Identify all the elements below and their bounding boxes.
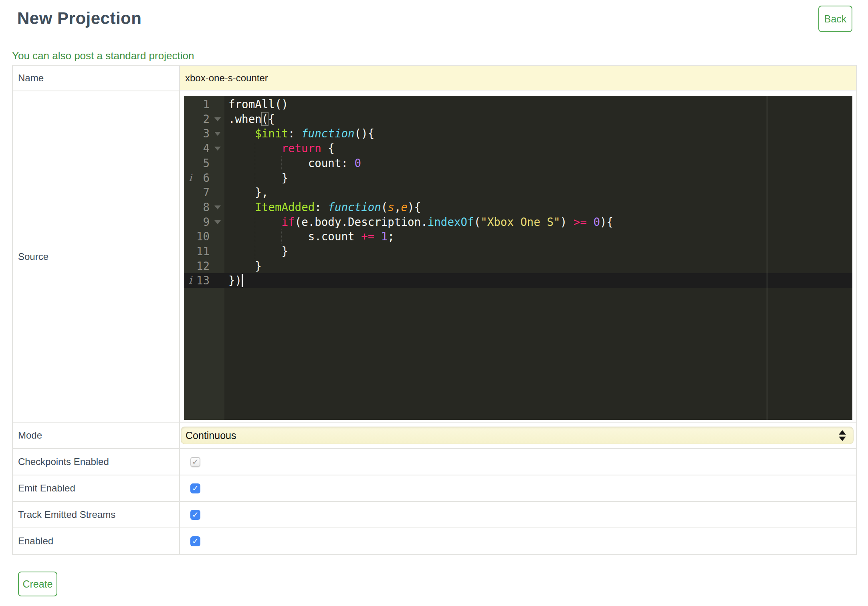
code-token: { xyxy=(321,142,335,155)
mode-select[interactable]: Continuous xyxy=(181,427,854,444)
fold-toggle-icon[interactable] xyxy=(214,117,221,121)
back-button[interactable]: Back xyxy=(818,6,852,32)
code-token: } xyxy=(228,260,262,272)
indent-guide xyxy=(281,156,282,171)
page-title: New Projection xyxy=(17,9,141,28)
code-token: fromAll() xyxy=(228,98,288,111)
track-emitted-streams-checkbox[interactable]: ✓ xyxy=(190,510,200,520)
line-number: 1 xyxy=(203,97,210,112)
code-token: } xyxy=(228,171,288,184)
code-token: function xyxy=(328,201,381,213)
source-editor[interactable]: 1fromAll()2.when({3 $init: function(){4 … xyxy=(184,96,852,420)
code-line[interactable]: } xyxy=(228,171,852,185)
fold-toggle-icon[interactable] xyxy=(214,147,221,151)
code-token: }, xyxy=(228,186,268,199)
code-line[interactable]: $init: function(){ xyxy=(228,126,852,141)
line-number: 10 xyxy=(196,229,210,244)
line-number: 5 xyxy=(203,156,210,171)
code-token: ; xyxy=(388,230,394,243)
table-row-emit-enabled: Emit Enabled ✓ xyxy=(12,475,856,501)
code-token: ( xyxy=(262,113,268,125)
editor-gutter-line: 11 xyxy=(184,244,224,259)
code-token: , xyxy=(394,201,401,213)
line-number: 12 xyxy=(196,259,210,274)
track-emitted-streams-label: Track Emitted Streams xyxy=(12,501,180,528)
line-number: 8 xyxy=(203,200,210,215)
indent-guide xyxy=(255,156,255,171)
line-number: 4 xyxy=(203,141,210,156)
code-token: >= xyxy=(573,215,587,228)
code-line[interactable]: return { xyxy=(228,141,852,156)
code-token: ){ xyxy=(600,215,613,228)
code-token: .when xyxy=(228,113,262,125)
code-line[interactable]: ItemAdded: function(s,e){ xyxy=(228,200,852,215)
code-token: (e.body.Description. xyxy=(295,215,428,228)
code-token: s xyxy=(388,201,394,213)
fold-toggle-icon[interactable] xyxy=(214,220,221,224)
fold-toggle-icon[interactable] xyxy=(214,132,221,136)
code-token: s.count xyxy=(228,230,361,243)
code-line[interactable]: s.count += 1; xyxy=(228,229,852,244)
editor-gutter-line: 2 xyxy=(184,112,224,127)
checkpoints-enabled-checkbox[interactable]: ✓ xyxy=(190,457,200,467)
code-token: ){ xyxy=(408,201,421,213)
indent-guide xyxy=(281,229,282,244)
name-input[interactable] xyxy=(180,66,856,90)
editor-gutter-line: 7 xyxy=(184,185,224,200)
create-button[interactable]: Create xyxy=(18,572,57,596)
code-token: += xyxy=(361,230,374,243)
code-line[interactable]: count: 0 xyxy=(228,156,852,171)
info-annotation-icon: i xyxy=(189,171,192,185)
code-line[interactable]: }, xyxy=(228,185,852,200)
code-line[interactable]: if(e.body.Description.indexOf("Xbox One … xyxy=(228,215,852,230)
code-token xyxy=(228,127,255,140)
code-line[interactable]: .when({ xyxy=(228,112,852,127)
editor-gutter-line: 8 xyxy=(184,200,224,215)
indent-guide xyxy=(255,141,255,156)
code-token: 0 xyxy=(593,215,600,228)
emit-enabled-label: Emit Enabled xyxy=(12,475,180,501)
table-row-mode: Mode Continuous xyxy=(12,422,856,449)
standard-projection-link[interactable]: You can also post a standard projection xyxy=(12,50,194,62)
code-token xyxy=(587,215,593,228)
editor-gutter-line: 6i xyxy=(184,171,224,185)
emit-enabled-checkbox[interactable]: ✓ xyxy=(190,483,200,493)
code-token: }) xyxy=(228,274,242,287)
table-row-track-emitted-streams: Track Emitted Streams ✓ xyxy=(12,501,856,528)
mode-label: Mode xyxy=(12,422,180,449)
line-number: 9 xyxy=(203,215,210,230)
enabled-checkbox[interactable]: ✓ xyxy=(190,536,200,546)
code-token: 1 xyxy=(381,230,388,243)
code-line[interactable]: }) xyxy=(228,273,852,288)
code-token: } xyxy=(228,245,288,258)
line-number: 13 xyxy=(196,273,210,288)
code-token: if xyxy=(281,215,295,228)
code-line[interactable]: fromAll() xyxy=(228,97,852,112)
code-token xyxy=(228,201,255,213)
code-token: count: xyxy=(228,157,355,169)
code-token xyxy=(374,230,381,243)
stepper-down-icon xyxy=(839,437,846,441)
code-line[interactable]: } xyxy=(228,259,852,274)
indent-guide xyxy=(255,171,255,185)
line-number: 7 xyxy=(203,185,210,200)
table-row-checkpoints-enabled: Checkpoints Enabled ✓ xyxy=(12,449,856,475)
table-row-name: Name xyxy=(12,65,856,91)
code-token: "Xbox One S" xyxy=(480,215,560,228)
editor-gutter-line: 9 xyxy=(184,215,224,230)
code-token: indexOf xyxy=(428,215,474,228)
fold-toggle-icon[interactable] xyxy=(214,205,221,209)
editor-gutter-line: 12 xyxy=(184,259,224,274)
editor-gutter-line: 3 xyxy=(184,126,224,141)
line-number: 6 xyxy=(203,171,210,185)
code-token: $init xyxy=(255,127,288,140)
info-annotation-icon: i xyxy=(189,273,192,288)
code-token: ( xyxy=(474,215,481,228)
table-row-enabled: Enabled ✓ xyxy=(12,528,856,554)
editor-gutter-line: 5 xyxy=(184,156,224,171)
code-line[interactable]: } xyxy=(228,244,852,259)
editor-gutter-line: 10 xyxy=(184,229,224,244)
indent-guide xyxy=(255,244,255,259)
stepper-up-icon xyxy=(839,430,846,435)
code-token: 0 xyxy=(355,157,361,169)
